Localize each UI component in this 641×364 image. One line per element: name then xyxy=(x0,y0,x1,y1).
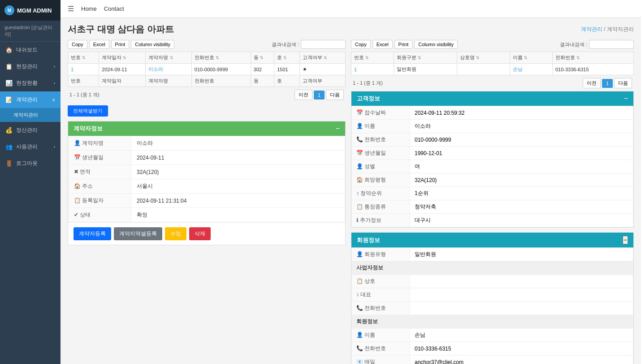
right-col-phone[interactable]: 전화번호 ⇅ xyxy=(552,52,633,64)
left-excel-button[interactable]: Excel xyxy=(89,40,109,49)
mem-label-biz-phone: 📞 전화번호 xyxy=(352,302,410,315)
row-id-link[interactable]: 1 xyxy=(71,67,74,72)
sidebar-item-field-status[interactable]: 📊 현장현황 › xyxy=(0,75,61,91)
col-ho[interactable]: 호 ⇅ xyxy=(274,52,299,64)
left-prev-btn[interactable]: 이전 xyxy=(295,90,312,100)
sidebar-item-contract-mgmt[interactable]: 📝 계약관리 ∨ xyxy=(0,91,61,108)
right-col-name[interactable]: 이름 ⇅ xyxy=(510,52,552,64)
sidebar-item-user-mgmt[interactable]: 👥 사용관리 › xyxy=(0,139,61,155)
contract-mgmt-icon: 📝 xyxy=(5,96,13,103)
breadcrumb-root[interactable]: 계약관리 xyxy=(581,26,602,32)
sidebar-item-settlement[interactable]: 💰 정산관리 xyxy=(0,122,61,139)
mem-label-name: 👤 이름 xyxy=(352,329,410,342)
panels: Copy Excel Print Column visibility 결과내검색… xyxy=(68,40,634,364)
mem-label-type: 👤 회원유형 xyxy=(352,248,410,261)
sidebar-item-label: 정산관리 xyxy=(16,126,38,134)
cust-label-account-type: 📋 통장종류 xyxy=(352,200,410,214)
contract-register-btn[interactable]: 계약자등록 xyxy=(74,227,111,240)
sidebar-sub-label: 계약자관리 xyxy=(13,112,38,117)
member-info-toggle[interactable]: − xyxy=(623,236,628,244)
right-col-member-type[interactable]: 회원구분 ⇅ xyxy=(394,52,457,64)
excel-all-button[interactable]: 전체역셀받기 xyxy=(68,105,108,117)
right-col-id[interactable]: 번호 ⇅ xyxy=(351,52,394,64)
mem-value-phone: 010-3336-6315 xyxy=(410,342,633,355)
info-label-name: 👤 계약자명 xyxy=(69,136,131,151)
sidebar-item-dashboard[interactable]: 🏠 대쉬보드 xyxy=(0,42,61,58)
logout-icon: 🚪 xyxy=(5,160,13,167)
info-value-status: 확정 xyxy=(131,208,345,222)
cust-value-name: 이소라 xyxy=(410,120,633,133)
customer-info-section: 고객정보 − 📅 접수날짜 2024-09-11 20:59:32 👤 이름 이… xyxy=(351,91,634,228)
col-dong[interactable]: 동 ⇅ xyxy=(251,52,274,64)
dashboard-icon: 🏠 xyxy=(5,47,13,53)
cust-row-account-type: 📋 통장종류 청약저축 xyxy=(352,200,633,214)
table-row[interactable]: 1 2024-09-11 이소라 010-0000-9999 302 1501 … xyxy=(68,64,346,75)
cust-label-extra-info: ℹ 추가정보 xyxy=(352,214,410,227)
right-page-1[interactable]: 1 xyxy=(602,79,613,88)
info-value-area: 32A(120) xyxy=(131,165,345,179)
left-next-btn[interactable]: 다음 xyxy=(326,90,344,100)
left-print-button[interactable]: Print xyxy=(111,40,130,49)
right-row-id-link[interactable]: 1 xyxy=(354,67,357,72)
left-search-input[interactable] xyxy=(301,40,346,49)
right-excel-button[interactable]: Excel xyxy=(372,40,393,49)
right-next-btn[interactable]: 다음 xyxy=(614,78,632,88)
mem-row-type: 👤 회원유형 일반회원 xyxy=(352,248,633,261)
sidebar-item-logout[interactable]: 🚪 로그아웃 xyxy=(0,155,61,172)
mem-value-name: 손님 xyxy=(410,329,633,342)
customer-info-table: 📅 접수날짜 2024-09-11 20:59:32 👤 이름 이소라 📞 전화… xyxy=(351,106,633,227)
sidebar-item-label: 대쉬보드 xyxy=(16,46,38,54)
right-table-row[interactable]: 1 일반회원 손님 010-3336-6315 xyxy=(351,64,634,75)
mem-biz-section-label: 사업자정보 xyxy=(352,261,633,275)
right-column-visibility-button[interactable]: Column visibility xyxy=(414,40,458,49)
cust-row-name: 👤 이름 이소라 xyxy=(352,120,633,133)
field-status-icon: 📊 xyxy=(5,80,13,87)
cust-value-account-type: 청약저축 xyxy=(410,200,633,214)
delete-btn[interactable]: 삭제 xyxy=(189,227,211,240)
cust-label-subscription-rank: ↕ 청약순위 xyxy=(352,187,410,200)
right-prev-btn[interactable]: 이전 xyxy=(583,78,601,88)
right-search-input[interactable] xyxy=(589,40,634,49)
info-value-regdate: 2024-09-11 21:31:04 xyxy=(131,194,345,208)
foot-dong: 동 xyxy=(251,75,274,87)
col-date[interactable]: 계약일자 ⇅ xyxy=(99,52,146,64)
row-name-link[interactable]: 이소라 xyxy=(148,66,163,72)
left-column-visibility-button[interactable]: Column visibility xyxy=(131,40,174,49)
customer-info-toggle[interactable]: − xyxy=(624,95,628,103)
edit-btn[interactable]: 수정 xyxy=(165,227,186,240)
topbar-contact[interactable]: Contact xyxy=(104,5,124,12)
left-copy-button[interactable]: Copy xyxy=(68,40,87,49)
col-id[interactable]: 번호 ⇅ xyxy=(68,52,99,64)
right-copy-button[interactable]: Copy xyxy=(351,40,371,49)
right-print-button[interactable]: Print xyxy=(394,40,413,49)
sidebar-item-label: 현장현황 xyxy=(16,79,38,87)
col-phone[interactable]: 전화번호 ⇅ xyxy=(191,52,251,64)
cust-value-subscription-rank: 1순위 xyxy=(410,187,633,200)
contract-info-toggle[interactable]: − xyxy=(336,125,340,133)
sidebar-logo: M MGM ADMIN xyxy=(0,0,61,21)
contract-info-table: 👤 계약자명 이소라 📅 생년월일 2024-09-11 ✖ 면적 32A(12… xyxy=(68,136,345,222)
cust-row-wish-area: 🏠 희망평형 32A(120) xyxy=(352,173,633,187)
right-row-name-link[interactable]: 손님 xyxy=(513,66,523,72)
col-customer[interactable]: 고객여부 ⇅ xyxy=(299,52,345,64)
info-label-address: 🏠 주소 xyxy=(69,179,131,194)
area-register-btn[interactable]: 계약지역셀등록 xyxy=(114,227,162,240)
info-value-address: 서울시 xyxy=(131,179,345,194)
mem-label-company: 📋 상호 xyxy=(352,275,410,288)
info-label-area: ✖ 면적 xyxy=(69,165,131,179)
user-mgmt-icon: 👥 xyxy=(5,143,13,150)
left-page-1[interactable]: 1 xyxy=(314,91,325,100)
sidebar-item-contract-mgmt-sub[interactable]: 계약자관리 xyxy=(0,108,61,122)
mem-label-phone: 📞 전화번호 xyxy=(352,342,410,355)
chevron-down-icon: ∨ xyxy=(52,97,55,102)
hamburger-icon[interactable]: ☰ xyxy=(68,4,74,13)
info-row-area: ✖ 면적 32A(120) xyxy=(69,165,345,179)
sidebar-item-field-mgmt[interactable]: 📋 현장관리 › xyxy=(0,58,61,75)
contract-info-header: 계약자정보 − xyxy=(68,121,345,136)
mem-row-name: 👤 이름 손님 xyxy=(352,329,633,342)
right-col-company[interactable]: 상호명 ⇅ xyxy=(457,52,510,64)
mem-label-rep: ↕ 대표 xyxy=(352,288,410,302)
topbar-home[interactable]: Home xyxy=(81,5,97,12)
mem-row-company: 📋 상호 xyxy=(352,275,633,288)
col-name[interactable]: 계약자명 ⇅ xyxy=(146,52,191,64)
